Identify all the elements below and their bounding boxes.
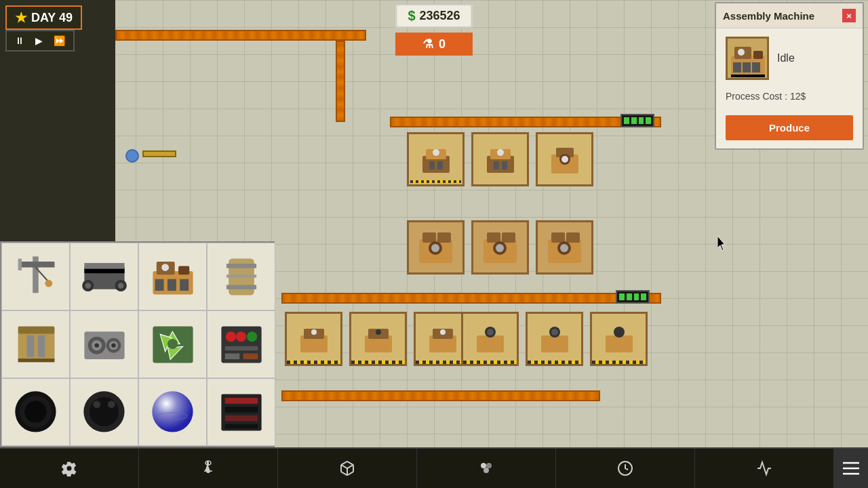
machine-cell[interactable] xyxy=(536,132,593,186)
research-count: 0 xyxy=(439,37,446,52)
money-display: $ 236526 xyxy=(395,4,472,28)
process-cost-label: Process Cost : xyxy=(726,91,787,102)
svg-rect-109 xyxy=(224,407,257,413)
svg-rect-3 xyxy=(429,161,435,169)
machine-cell[interactable] xyxy=(590,312,648,366)
svg-point-85 xyxy=(94,343,98,347)
grid-item-gear-machine[interactable] xyxy=(70,310,138,378)
process-cost-value: 12$ xyxy=(790,91,806,102)
svg-point-94 xyxy=(247,331,257,342)
svg-rect-76 xyxy=(226,274,256,277)
fast-forward-button[interactable]: ⏩ xyxy=(51,34,68,47)
svg-rect-50 xyxy=(733,62,741,73)
svg-point-64 xyxy=(117,283,123,289)
process-cost-row: Process Cost : 12$ xyxy=(726,91,853,102)
grid-item-sphere[interactable] xyxy=(138,378,207,446)
grid-item-barrel[interactable] xyxy=(207,243,275,310)
alert-badge: ⚗ 0 xyxy=(395,33,473,56)
research-toolbar-button[interactable] xyxy=(139,449,278,488)
item-grid xyxy=(0,241,275,447)
grid-item-assembly[interactable] xyxy=(138,243,207,310)
play-button[interactable]: ▶ xyxy=(33,34,45,47)
time-toolbar-button[interactable] xyxy=(556,449,695,488)
grid-item-recycler[interactable] xyxy=(138,310,207,378)
svg-point-31 xyxy=(311,329,317,335)
star-icon: ★ xyxy=(15,9,27,26)
svg-point-13 xyxy=(561,156,568,163)
svg-point-116 xyxy=(486,463,492,468)
svg-rect-95 xyxy=(224,346,257,350)
svg-rect-70 xyxy=(155,279,163,291)
svg-rect-72 xyxy=(180,279,189,291)
assembly-status: Idle xyxy=(777,52,795,64)
machine-cell[interactable] xyxy=(471,220,529,274)
machine-cell[interactable] xyxy=(349,312,407,366)
settings-toolbar-button[interactable] xyxy=(0,449,139,488)
connector-1 xyxy=(142,150,176,157)
grid-item-conveyor-machine[interactable] xyxy=(70,243,138,310)
svg-rect-15 xyxy=(422,232,436,243)
day-badge: ★ DAY 49 xyxy=(5,5,82,30)
svg-rect-25 xyxy=(551,232,565,243)
conveyor-mid-2 xyxy=(281,293,661,304)
economy-toolbar-button[interactable] xyxy=(417,449,556,488)
conveyor-bot-1 xyxy=(281,390,600,401)
machine-cell[interactable] xyxy=(526,312,583,366)
day-label: DAY 49 xyxy=(31,11,73,25)
machine-cell[interactable] xyxy=(407,132,465,186)
assembly-panel-title: Assembly Machine xyxy=(723,10,814,22)
svg-point-43 xyxy=(551,329,558,336)
svg-rect-65 xyxy=(84,263,124,269)
status-bar-1 xyxy=(620,114,654,127)
flask-icon: ⚗ xyxy=(422,37,433,52)
svg-point-18 xyxy=(431,244,439,252)
svg-rect-96 xyxy=(224,353,239,359)
assembly-panel-header: Assembly Machine × xyxy=(716,3,863,28)
svg-point-104 xyxy=(107,401,115,408)
svg-rect-80 xyxy=(37,336,45,357)
grid-item-black-circle-1[interactable] xyxy=(1,378,70,446)
svg-rect-79 xyxy=(26,336,34,357)
assembly-close-button[interactable]: × xyxy=(842,9,856,22)
svg-rect-51 xyxy=(743,62,751,73)
machine-cell[interactable] xyxy=(471,132,529,186)
hamburger-menu-button[interactable] xyxy=(834,449,868,488)
grid-item-control-panel[interactable] xyxy=(207,310,275,378)
machine-cell[interactable] xyxy=(536,220,593,274)
grid-item-storage[interactable] xyxy=(1,310,70,378)
machine-area-4 xyxy=(461,312,651,366)
grid-item-black-circle-2[interactable] xyxy=(70,378,138,446)
svg-rect-56 xyxy=(18,259,21,270)
stats-toolbar-button[interactable] xyxy=(695,449,834,488)
svg-rect-55 xyxy=(19,262,54,268)
conveyor-vert-1 xyxy=(336,41,345,122)
inventory-toolbar-button[interactable] xyxy=(278,449,417,488)
grid-item-crane[interactable] xyxy=(1,243,70,310)
svg-point-34 xyxy=(376,329,381,335)
svg-rect-78 xyxy=(18,327,54,334)
svg-rect-53 xyxy=(731,75,765,77)
svg-point-7 xyxy=(497,149,504,156)
pause-button[interactable]: ⏸ xyxy=(12,34,27,47)
svg-rect-44 xyxy=(606,336,633,352)
speed-controls: ⏸ ▶ ⏩ xyxy=(5,30,75,52)
svg-point-45 xyxy=(614,327,625,338)
svg-point-117 xyxy=(484,468,489,473)
assembly-machine-icon xyxy=(726,37,769,80)
grid-item-dark-panel[interactable] xyxy=(207,378,275,446)
svg-point-90 xyxy=(167,339,177,349)
svg-rect-8 xyxy=(494,161,499,169)
svg-rect-97 xyxy=(243,353,258,359)
svg-rect-9 xyxy=(502,161,507,169)
svg-rect-68 xyxy=(178,266,189,274)
machine-area-2 xyxy=(407,220,597,274)
machine-cell[interactable] xyxy=(285,312,342,366)
svg-point-100 xyxy=(24,401,46,422)
produce-button[interactable]: Produce xyxy=(726,115,853,140)
svg-rect-111 xyxy=(224,424,257,428)
svg-point-62 xyxy=(85,283,91,289)
svg-rect-77 xyxy=(18,331,54,361)
machine-cell[interactable] xyxy=(407,220,465,274)
svg-rect-26 xyxy=(566,232,580,243)
machine-cell[interactable] xyxy=(461,312,519,366)
